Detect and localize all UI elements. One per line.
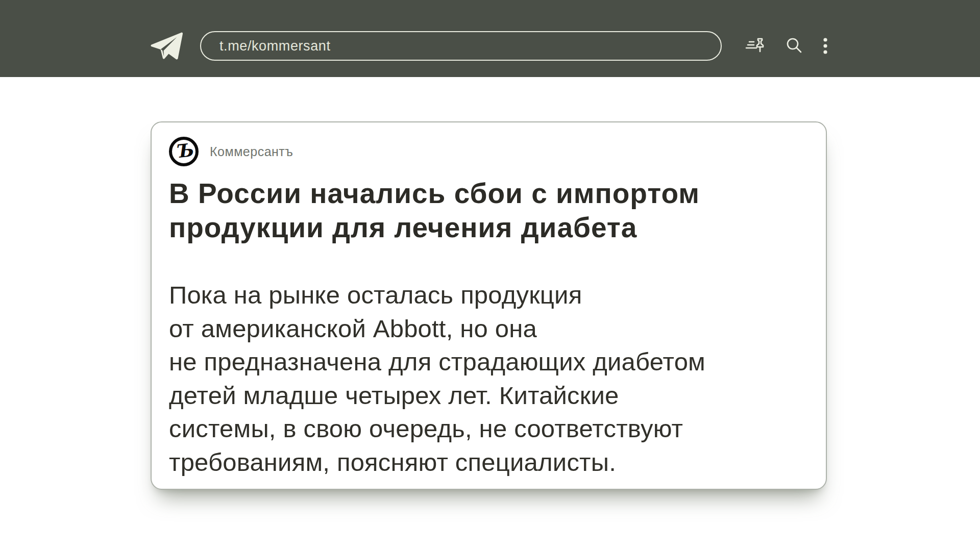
topbar: t.me/kommersant xyxy=(0,0,980,77)
url-bar[interactable]: t.me/kommersant xyxy=(200,31,722,61)
kommersant-logo-icon[interactable]: Ъ xyxy=(169,137,199,166)
url-text: t.me/kommersant xyxy=(219,38,331,54)
topbar-inner: t.me/kommersant xyxy=(150,0,828,77)
pinned-list-icon[interactable] xyxy=(745,37,766,55)
post-body-text: Пока на рынке осталась продукция от амер… xyxy=(169,279,705,479)
telegram-plane-icon[interactable] xyxy=(150,31,183,61)
post-card: Ъ Коммерсантъ В России начались сбои с и… xyxy=(151,121,827,490)
kebab-menu-icon[interactable] xyxy=(823,37,828,55)
page: t.me/kommersant xyxy=(0,0,980,551)
kommersant-logo-letter: Ъ xyxy=(174,140,193,160)
search-icon[interactable] xyxy=(785,37,803,55)
channel-name[interactable]: Коммерсантъ xyxy=(210,144,293,159)
post-header: Ъ Коммерсантъ xyxy=(169,137,293,166)
topbar-icons xyxy=(745,37,828,55)
post-headline: В России начались сбои с импортом продук… xyxy=(169,177,700,245)
